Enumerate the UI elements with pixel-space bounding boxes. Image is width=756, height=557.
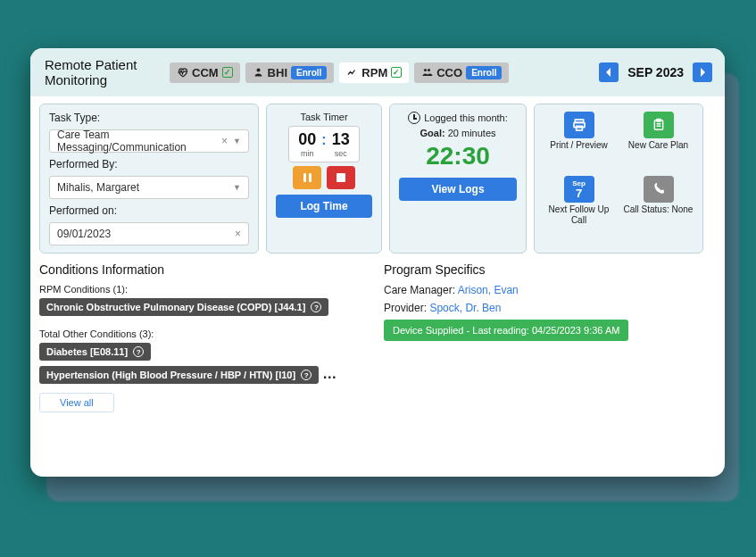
- logged-panel: Logged this month: Goal: 20 minutes 22:3…: [389, 104, 527, 254]
- condition-chip[interactable]: Diabetes [E08.11]?: [39, 343, 151, 361]
- timer-label: Task Timer: [300, 112, 347, 122]
- print-preview-button[interactable]: Print / Preview: [544, 112, 614, 170]
- chevron-down-icon[interactable]: ▼: [233, 183, 241, 192]
- users-icon: [421, 67, 433, 78]
- performed-by-label: Performed By:: [49, 158, 249, 170]
- performed-on-input[interactable]: 09/01/2023 ×: [49, 222, 249, 245]
- svg-rect-7: [656, 120, 660, 121]
- print-icon: [564, 112, 594, 138]
- check-icon: ✓: [222, 67, 233, 78]
- other-conditions-label: Total Other Conditions (3):: [39, 328, 371, 339]
- tab-bhi[interactable]: BHI Enroll: [245, 62, 335, 83]
- page-title: Remote Patient Monitoring: [45, 57, 161, 87]
- calendar-icon: Sep 7: [564, 176, 594, 203]
- tab-ccm[interactable]: CCM ✓: [170, 62, 240, 83]
- svg-point-1: [424, 69, 427, 71]
- condition-chip[interactable]: Hypertension (High Blood Pressure / HBP …: [39, 366, 319, 384]
- pause-icon: [303, 173, 312, 182]
- tab-cco[interactable]: CCO Enroll: [414, 62, 509, 83]
- task-panel: Task Type: Care Team Messaging/Communica…: [39, 104, 259, 254]
- more-indicator: …: [322, 366, 336, 382]
- rpm-conditions-label: RPM Conditions (1):: [39, 284, 371, 295]
- stop-icon: [336, 173, 345, 182]
- view-logs-button[interactable]: View Logs: [399, 178, 517, 201]
- svg-point-0: [256, 69, 260, 72]
- conditions-title: Conditions Information: [39, 262, 371, 277]
- provider-link[interactable]: Spock, Dr. Ben: [429, 302, 501, 314]
- task-type-select[interactable]: Care Team Messaging/Communication × ▼: [49, 129, 249, 153]
- care-manager-link[interactable]: Arison, Evan: [458, 284, 519, 296]
- device-status-badge: Device Supplied - Last reading: 04/25/20…: [384, 320, 628, 341]
- clipboard-icon: [644, 112, 674, 138]
- clear-icon[interactable]: ×: [221, 135, 228, 147]
- program-section: Program Specifics Care Manager: Arison, …: [384, 262, 716, 412]
- task-type-label: Task Type:: [49, 112, 249, 124]
- logged-total: 22:30: [426, 142, 490, 170]
- view-all-button[interactable]: View all: [39, 393, 114, 412]
- enroll-badge[interactable]: Enroll: [466, 66, 502, 79]
- svg-rect-5: [576, 126, 582, 130]
- user-icon: [253, 67, 264, 78]
- actions-panel: Print / Preview New Care Plan Sep 7 Next…: [534, 104, 703, 254]
- prev-month-button[interactable]: [599, 62, 619, 82]
- program-tabs: CCM ✓ BHI Enroll RPM ✓: [170, 62, 509, 83]
- help-icon[interactable]: ?: [301, 370, 312, 380]
- check-icon: ✓: [391, 67, 402, 78]
- month-label: SEP 2023: [624, 65, 687, 79]
- condition-chip[interactable]: Chronic Obstructive Pulmonary Disease (C…: [39, 298, 328, 316]
- help-icon[interactable]: ?: [311, 302, 321, 312]
- chart-icon: [346, 67, 358, 78]
- stop-button[interactable]: [327, 166, 355, 189]
- conditions-section: Conditions Information RPM Conditions (1…: [39, 262, 371, 412]
- clock-icon: [408, 112, 420, 124]
- clear-icon[interactable]: ×: [235, 228, 241, 240]
- performed-on-label: Performed on:: [49, 204, 249, 217]
- pause-button[interactable]: [293, 166, 321, 189]
- chevron-down-icon[interactable]: ▼: [233, 137, 241, 145]
- new-care-plan-button[interactable]: New Care Plan: [623, 112, 694, 170]
- enroll-badge[interactable]: Enroll: [291, 66, 327, 79]
- heart-icon: [177, 67, 188, 78]
- timer-panel: Task Timer 00min : 13sec Log Time: [266, 104, 382, 254]
- next-month-button[interactable]: [693, 62, 712, 82]
- help-icon[interactable]: ?: [133, 346, 144, 357]
- phone-icon: [644, 176, 674, 203]
- call-status-button[interactable]: Call Status: None: [623, 176, 694, 245]
- timer-display: 00min : 13sec: [288, 126, 359, 162]
- program-title: Program Specifics: [384, 262, 716, 277]
- svg-point-2: [428, 69, 430, 71]
- log-time-button[interactable]: Log Time: [276, 195, 372, 218]
- tab-rpm[interactable]: RPM ✓: [339, 62, 409, 83]
- performed-by-select[interactable]: Mihalis, Margaret ▼: [49, 176, 249, 199]
- next-followup-button[interactable]: Sep 7 Next Follow Up Call: [544, 176, 614, 245]
